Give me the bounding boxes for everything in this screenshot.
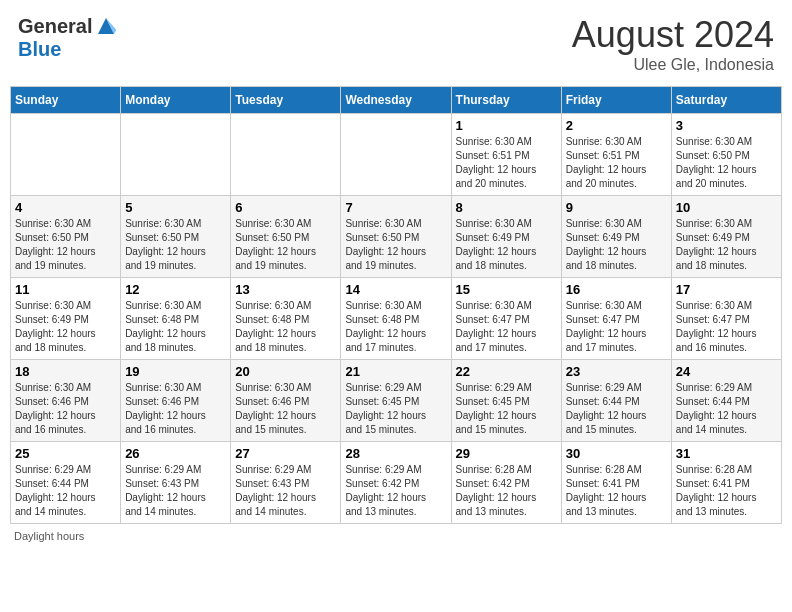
title-section: August 2024 Ulee Gle, Indonesia xyxy=(572,14,774,74)
calendar-cell xyxy=(231,114,341,196)
day-number: 5 xyxy=(125,200,226,215)
day-info: Sunrise: 6:30 AM Sunset: 6:46 PM Dayligh… xyxy=(235,381,336,437)
calendar-cell: 19Sunrise: 6:30 AM Sunset: 6:46 PM Dayli… xyxy=(121,360,231,442)
day-number: 14 xyxy=(345,282,446,297)
day-info: Sunrise: 6:30 AM Sunset: 6:50 PM Dayligh… xyxy=(125,217,226,273)
location-subtitle: Ulee Gle, Indonesia xyxy=(572,56,774,74)
day-number: 15 xyxy=(456,282,557,297)
calendar-cell xyxy=(11,114,121,196)
day-info: Sunrise: 6:30 AM Sunset: 6:50 PM Dayligh… xyxy=(235,217,336,273)
calendar-cell: 12Sunrise: 6:30 AM Sunset: 6:48 PM Dayli… xyxy=(121,278,231,360)
calendar-day-header: Monday xyxy=(121,87,231,114)
calendar-week-row: 4Sunrise: 6:30 AM Sunset: 6:50 PM Daylig… xyxy=(11,196,782,278)
day-number: 30 xyxy=(566,446,667,461)
calendar-table: SundayMondayTuesdayWednesdayThursdayFrid… xyxy=(10,86,782,524)
calendar-cell: 17Sunrise: 6:30 AM Sunset: 6:47 PM Dayli… xyxy=(671,278,781,360)
calendar-cell: 25Sunrise: 6:29 AM Sunset: 6:44 PM Dayli… xyxy=(11,442,121,524)
calendar-cell: 21Sunrise: 6:29 AM Sunset: 6:45 PM Dayli… xyxy=(341,360,451,442)
footer-note: Daylight hours xyxy=(10,530,782,542)
calendar-cell: 6Sunrise: 6:30 AM Sunset: 6:50 PM Daylig… xyxy=(231,196,341,278)
day-number: 19 xyxy=(125,364,226,379)
day-info: Sunrise: 6:30 AM Sunset: 6:46 PM Dayligh… xyxy=(15,381,116,437)
calendar-cell: 15Sunrise: 6:30 AM Sunset: 6:47 PM Dayli… xyxy=(451,278,561,360)
day-info: Sunrise: 6:30 AM Sunset: 6:50 PM Dayligh… xyxy=(345,217,446,273)
logo-icon xyxy=(94,14,118,38)
day-number: 20 xyxy=(235,364,336,379)
calendar-cell: 10Sunrise: 6:30 AM Sunset: 6:49 PM Dayli… xyxy=(671,196,781,278)
calendar-cell: 7Sunrise: 6:30 AM Sunset: 6:50 PM Daylig… xyxy=(341,196,451,278)
calendar-cell: 3Sunrise: 6:30 AM Sunset: 6:50 PM Daylig… xyxy=(671,114,781,196)
day-info: Sunrise: 6:29 AM Sunset: 6:43 PM Dayligh… xyxy=(125,463,226,519)
day-info: Sunrise: 6:30 AM Sunset: 6:48 PM Dayligh… xyxy=(125,299,226,355)
day-info: Sunrise: 6:30 AM Sunset: 6:48 PM Dayligh… xyxy=(235,299,336,355)
day-number: 27 xyxy=(235,446,336,461)
calendar-cell: 4Sunrise: 6:30 AM Sunset: 6:50 PM Daylig… xyxy=(11,196,121,278)
day-number: 17 xyxy=(676,282,777,297)
day-number: 31 xyxy=(676,446,777,461)
day-number: 22 xyxy=(456,364,557,379)
calendar-cell: 24Sunrise: 6:29 AM Sunset: 6:44 PM Dayli… xyxy=(671,360,781,442)
calendar-header-row: SundayMondayTuesdayWednesdayThursdayFrid… xyxy=(11,87,782,114)
calendar-day-header: Friday xyxy=(561,87,671,114)
day-info: Sunrise: 6:30 AM Sunset: 6:49 PM Dayligh… xyxy=(566,217,667,273)
calendar-cell: 18Sunrise: 6:30 AM Sunset: 6:46 PM Dayli… xyxy=(11,360,121,442)
day-number: 12 xyxy=(125,282,226,297)
calendar-cell: 5Sunrise: 6:30 AM Sunset: 6:50 PM Daylig… xyxy=(121,196,231,278)
day-info: Sunrise: 6:30 AM Sunset: 6:48 PM Dayligh… xyxy=(345,299,446,355)
calendar-day-header: Saturday xyxy=(671,87,781,114)
day-info: Sunrise: 6:30 AM Sunset: 6:50 PM Dayligh… xyxy=(676,135,777,191)
calendar-cell: 30Sunrise: 6:28 AM Sunset: 6:41 PM Dayli… xyxy=(561,442,671,524)
calendar-cell xyxy=(121,114,231,196)
day-number: 16 xyxy=(566,282,667,297)
calendar-cell: 20Sunrise: 6:30 AM Sunset: 6:46 PM Dayli… xyxy=(231,360,341,442)
logo-blue-text: Blue xyxy=(18,38,61,61)
day-number: 10 xyxy=(676,200,777,215)
day-info: Sunrise: 6:30 AM Sunset: 6:49 PM Dayligh… xyxy=(456,217,557,273)
calendar-cell: 1Sunrise: 6:30 AM Sunset: 6:51 PM Daylig… xyxy=(451,114,561,196)
day-info: Sunrise: 6:30 AM Sunset: 6:49 PM Dayligh… xyxy=(676,217,777,273)
day-number: 11 xyxy=(15,282,116,297)
calendar-cell: 22Sunrise: 6:29 AM Sunset: 6:45 PM Dayli… xyxy=(451,360,561,442)
day-number: 6 xyxy=(235,200,336,215)
day-info: Sunrise: 6:29 AM Sunset: 6:43 PM Dayligh… xyxy=(235,463,336,519)
day-info: Sunrise: 6:29 AM Sunset: 6:44 PM Dayligh… xyxy=(676,381,777,437)
calendar-cell: 26Sunrise: 6:29 AM Sunset: 6:43 PM Dayli… xyxy=(121,442,231,524)
calendar-week-row: 11Sunrise: 6:30 AM Sunset: 6:49 PM Dayli… xyxy=(11,278,782,360)
calendar-cell: 28Sunrise: 6:29 AM Sunset: 6:42 PM Dayli… xyxy=(341,442,451,524)
day-number: 29 xyxy=(456,446,557,461)
day-info: Sunrise: 6:30 AM Sunset: 6:47 PM Dayligh… xyxy=(566,299,667,355)
day-number: 7 xyxy=(345,200,446,215)
calendar-day-header: Tuesday xyxy=(231,87,341,114)
day-number: 3 xyxy=(676,118,777,133)
day-info: Sunrise: 6:30 AM Sunset: 6:47 PM Dayligh… xyxy=(676,299,777,355)
day-info: Sunrise: 6:30 AM Sunset: 6:49 PM Dayligh… xyxy=(15,299,116,355)
month-year-title: August 2024 xyxy=(572,14,774,56)
day-number: 23 xyxy=(566,364,667,379)
day-number: 26 xyxy=(125,446,226,461)
day-number: 28 xyxy=(345,446,446,461)
day-info: Sunrise: 6:28 AM Sunset: 6:42 PM Dayligh… xyxy=(456,463,557,519)
page-header: General Blue August 2024 Ulee Gle, Indon… xyxy=(10,10,782,78)
day-info: Sunrise: 6:29 AM Sunset: 6:45 PM Dayligh… xyxy=(456,381,557,437)
calendar-cell: 27Sunrise: 6:29 AM Sunset: 6:43 PM Dayli… xyxy=(231,442,341,524)
day-info: Sunrise: 6:30 AM Sunset: 6:51 PM Dayligh… xyxy=(456,135,557,191)
day-info: Sunrise: 6:28 AM Sunset: 6:41 PM Dayligh… xyxy=(676,463,777,519)
day-info: Sunrise: 6:29 AM Sunset: 6:44 PM Dayligh… xyxy=(15,463,116,519)
day-number: 13 xyxy=(235,282,336,297)
calendar-week-row: 25Sunrise: 6:29 AM Sunset: 6:44 PM Dayli… xyxy=(11,442,782,524)
calendar-cell: 9Sunrise: 6:30 AM Sunset: 6:49 PM Daylig… xyxy=(561,196,671,278)
calendar-cell: 11Sunrise: 6:30 AM Sunset: 6:49 PM Dayli… xyxy=(11,278,121,360)
day-number: 9 xyxy=(566,200,667,215)
calendar-day-header: Wednesday xyxy=(341,87,451,114)
day-info: Sunrise: 6:30 AM Sunset: 6:46 PM Dayligh… xyxy=(125,381,226,437)
day-number: 18 xyxy=(15,364,116,379)
day-info: Sunrise: 6:30 AM Sunset: 6:50 PM Dayligh… xyxy=(15,217,116,273)
day-info: Sunrise: 6:29 AM Sunset: 6:44 PM Dayligh… xyxy=(566,381,667,437)
day-info: Sunrise: 6:30 AM Sunset: 6:51 PM Dayligh… xyxy=(566,135,667,191)
calendar-cell: 29Sunrise: 6:28 AM Sunset: 6:42 PM Dayli… xyxy=(451,442,561,524)
calendar-cell: 14Sunrise: 6:30 AM Sunset: 6:48 PM Dayli… xyxy=(341,278,451,360)
calendar-cell: 31Sunrise: 6:28 AM Sunset: 6:41 PM Dayli… xyxy=(671,442,781,524)
day-info: Sunrise: 6:30 AM Sunset: 6:47 PM Dayligh… xyxy=(456,299,557,355)
day-number: 2 xyxy=(566,118,667,133)
calendar-day-header: Sunday xyxy=(11,87,121,114)
